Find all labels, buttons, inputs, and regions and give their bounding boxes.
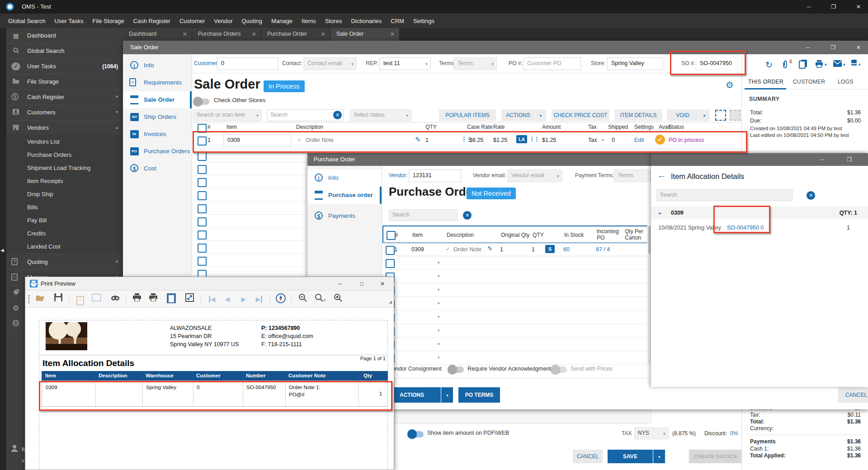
vendor-field[interactable]: 123131 <box>409 169 461 182</box>
menu-manage[interactable]: Manage <box>267 18 297 24</box>
scale-icon[interactable] <box>183 293 196 305</box>
print-icon[interactable] <box>815 60 823 70</box>
empty-row[interactable]: ▾ <box>382 351 647 365</box>
select-all-icon[interactable] <box>730 110 741 121</box>
email-icon[interactable] <box>833 60 842 69</box>
po-scrollbar[interactable] <box>648 226 651 365</box>
app-maximize-button[interactable]: ❐ <box>824 0 843 14</box>
menu-crm[interactable]: CRM <box>386 18 409 24</box>
sidebar-collapse-icon[interactable]: ◀ <box>0 248 4 253</box>
menu-customer[interactable]: Customer <box>175 18 209 24</box>
store-field[interactable]: Spring Valley <box>607 57 663 70</box>
allocation-search-input[interactable]: Search <box>656 189 793 201</box>
item-details-button[interactable]: ITEM DETAILS <box>614 109 662 121</box>
sidebar-item-dashboard[interactable]: ▦ Dashboard <box>6 28 123 44</box>
po-cancel-button[interactable]: CANCEL <box>838 387 868 403</box>
item-search-dropdown[interactable]: Search or scan item▾ <box>193 109 262 121</box>
check-other-stores-toggle[interactable] <box>194 99 209 105</box>
po-number-field[interactable]: Customer PO <box>523 57 581 70</box>
sidebar-subitem-landed-cost[interactable]: Landed Cost <box>27 243 61 250</box>
tab-logs[interactable]: LOGS <box>838 79 854 85</box>
vendor-email-dropdown[interactable]: Vendor email▾ <box>507 169 562 182</box>
require-vendor-ack-toggle[interactable] <box>448 367 464 373</box>
nav-info[interactable]: i Info <box>123 57 192 74</box>
discount-value[interactable]: 0% <box>730 430 738 437</box>
save-caret-button[interactable]: ▾ <box>653 450 665 463</box>
select-all-checkbox[interactable] <box>387 231 396 240</box>
menu-settings[interactable]: Settings <box>409 18 439 24</box>
sidebar-subitem-shipment-load-tracking[interactable]: Shipment Load Tracking <box>27 164 90 171</box>
minimize-button[interactable]: ─ <box>813 153 832 166</box>
actions-caret-button[interactable]: ▾ <box>535 109 546 121</box>
check-price-cost-button[interactable]: CHECK PRICE COST <box>552 109 609 121</box>
print-icon[interactable] <box>130 293 144 305</box>
chevron-down-icon[interactable]: ▾ <box>843 62 845 67</box>
popular-items-button[interactable]: POPULAR ITEMS <box>439 109 496 121</box>
customer-field[interactable]: 0 <box>217 57 278 70</box>
empty-row[interactable]: ▾ <box>382 256 647 270</box>
empty-row[interactable]: ▾ <box>382 270 647 283</box>
sidebar-item-quoting[interactable]: ? Quoting ▾ <box>6 254 123 270</box>
maximize-button[interactable]: ❐ <box>824 41 843 54</box>
paperclip-icon[interactable] <box>782 60 788 70</box>
app-minimize-button[interactable]: ─ <box>799 0 818 14</box>
menu-cash-register[interactable]: Cash Register <box>129 18 175 24</box>
po-terms-button[interactable]: PO TERMS <box>458 387 500 403</box>
void-button[interactable]: VOID <box>667 109 698 121</box>
empty-row[interactable]: ▾ <box>382 338 647 351</box>
sidebar-item-user-tasks[interactable]: ✓ User Tasks (1064) <box>6 59 123 75</box>
sidebar-subitem-vendors-list[interactable]: Vendors List <box>27 138 60 145</box>
contact-dropdown[interactable]: Contact email▾ <box>303 57 357 70</box>
sidebar-item-vendors[interactable]: Vendors ▴ <box>6 120 123 135</box>
menu-stores[interactable]: Stores <box>321 18 347 24</box>
empty-row[interactable]: ▾ <box>382 283 647 297</box>
actions-button[interactable]: ACTIONS <box>501 109 535 121</box>
chevron-down-icon[interactable]: ▾ <box>324 298 326 302</box>
empty-row[interactable]: ▾ <box>382 310 647 324</box>
close-button[interactable]: ✕ <box>373 277 392 291</box>
nav-invoices[interactable]: IN Invoices <box>123 126 192 143</box>
nav-purchase-orders[interactable]: PO Purchase Orders <box>123 143 192 160</box>
tax-select[interactable]: NYS▾ <box>634 428 669 439</box>
save-button[interactable]: SAVE <box>608 450 653 463</box>
sidebar-subitem-item-receipts[interactable]: Item Receipts <box>27 178 63 184</box>
po-actions-caret-button[interactable]: ▾ <box>441 387 453 403</box>
back-arrow-icon[interactable]: ← <box>657 170 666 180</box>
nav-po-info[interactable]: i Info <box>307 169 382 187</box>
status-filter-dropdown[interactable]: Select status▾ <box>350 109 411 121</box>
gear-icon[interactable]: ⚙ <box>726 80 734 90</box>
menu-dictionaries[interactable]: Dictionaries <box>346 18 386 24</box>
minimize-button[interactable]: ─ <box>330 277 349 291</box>
menu-quoting[interactable]: Quoting <box>237 18 267 24</box>
clear-search-icon[interactable]: ✕ <box>333 111 342 119</box>
nav-requirements[interactable]: ≡ Requirements <box>123 74 192 91</box>
nav-sale-order[interactable]: Sale Order <box>123 91 192 108</box>
navigate-icon[interactable] <box>274 293 288 305</box>
sidebar-subitem-pay-bill[interactable]: Pay Bill <box>27 217 47 224</box>
save-icon[interactable] <box>52 293 65 305</box>
row-checkbox[interactable] <box>386 246 395 255</box>
zoom-in-icon[interactable] <box>331 293 344 305</box>
close-icon[interactable]: ✕ <box>321 31 326 38</box>
menu-vendor[interactable]: Vendor <box>209 18 237 24</box>
tab-purchase-orders[interactable]: Purchase Orders ✕ <box>192 28 261 41</box>
maximize-button[interactable]: ❐ <box>840 153 859 166</box>
send-with-prices-toggle[interactable] <box>552 367 567 373</box>
tab-sale-order[interactable]: Sale Order ✕ <box>330 28 400 41</box>
sidebar-subitem-credits[interactable]: Credits <box>27 230 46 237</box>
chevron-down-icon[interactable]: ▾ <box>825 62 827 67</box>
close-icon[interactable]: ✕ <box>252 31 256 38</box>
in-stock-link[interactable]: 60 <box>563 246 570 253</box>
clear-search-icon[interactable]: ✕ <box>807 191 815 200</box>
chevron-down-icon[interactable]: ▾ <box>859 62 861 67</box>
chevron-down-icon[interactable]: ⌄ <box>657 209 662 216</box>
tab-customer[interactable]: CUSTOMER <box>793 79 826 85</box>
find-icon[interactable] <box>108 293 122 305</box>
document-icon[interactable] <box>851 60 857 67</box>
po-table-row[interactable]: 1 0309 ✓ Order Note ✎ 1 1 S 60 87 / 4 <box>382 243 647 256</box>
nav-po-payments[interactable]: $ Payments <box>307 207 382 225</box>
quick-print-icon[interactable] <box>146 293 160 305</box>
minimize-button[interactable]: ─ <box>798 41 817 54</box>
nav-ship-orders[interactable]: SH Ship Orders <box>123 108 192 126</box>
menu-global-search[interactable]: Global Search <box>4 18 50 24</box>
